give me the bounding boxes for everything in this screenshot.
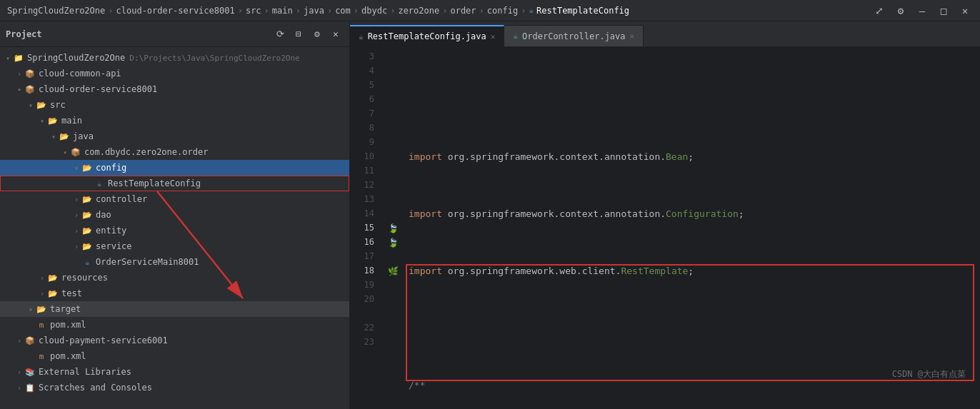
arrow-target: ▾ — [26, 306, 36, 313]
arrow-controller: › — [71, 196, 81, 203]
breadcrumb-main[interactable]: main — [272, 6, 293, 16]
xml-icon-pom-order: m — [36, 319, 47, 330]
src-folder-icon: 📂 — [36, 99, 47, 111]
tree-item-main[interactable]: ▾ 📂 main — [0, 113, 349, 128]
target-folder-icon: 📂 — [36, 303, 47, 315]
tree-item-config[interactable]: ▾ 📂 config — [0, 160, 349, 176]
breadcrumb-com[interactable]: com — [335, 6, 351, 16]
tree-item-order-service[interactable]: ▾ 📦 cloud-order-service8001 — [0, 81, 349, 97]
watermark: CSDN @大白有点菜 — [892, 368, 966, 380]
module-icon-common: 📦 — [24, 68, 36, 79]
tree-item-pom-order[interactable]: m pom.xml — [0, 317, 349, 333]
label-target: target — [50, 304, 81, 314]
tree-item-scratches[interactable]: › 📋 Scratches and Consoles — [0, 380, 349, 395]
collapse-icon[interactable]: ⊟ — [291, 26, 306, 42]
tree-item-ext-libs[interactable]: › 📚 External Libraries — [0, 364, 349, 380]
gutter-leaf-18[interactable]: 🌿 — [386, 264, 400, 278]
test-folder-icon: 📂 — [47, 288, 59, 299]
arrow-scratches: › — [14, 384, 24, 392]
tab-close-orderctrl[interactable]: ✕ — [630, 31, 635, 41]
arrow-src: ▾ — [26, 101, 36, 109]
breadcrumb-zero2one[interactable]: zero2one — [398, 6, 439, 16]
tab-icon-rtconfig: ☕ — [359, 32, 364, 41]
close-icon[interactable]: ✕ — [957, 3, 973, 19]
label-ext-libs: External Libraries — [39, 367, 131, 377]
arrow-resources: › — [37, 274, 47, 282]
hide-panel-icon[interactable]: ✕ — [328, 26, 344, 42]
project-tree[interactable]: ▾ 📁 SpringCloudZero2One D:\Projects\Java… — [0, 47, 349, 409]
gutter-bean-15[interactable]: 🍃 — [386, 221, 400, 236]
label-common-api: cloud-common-api — [39, 69, 121, 79]
breadcrumb-java[interactable]: java — [304, 6, 324, 16]
tree-item-payment-service[interactable]: › 📦 cloud-payment-service6001 — [0, 333, 349, 348]
breadcrumb-dbydc[interactable]: dbydc — [361, 6, 387, 16]
project-panel: Project ⟳ ⊟ ⚙ ✕ ▾ 📁 SpringCloudZero2One … — [0, 21, 350, 409]
tree-item-service[interactable]: › 📂 service — [0, 238, 349, 254]
class-icon-rtconfig: ☕ — [94, 178, 105, 189]
breadcrumb-module[interactable]: cloud-order-service8001 — [116, 6, 235, 16]
arrow-test: › — [37, 290, 47, 298]
tree-item-target[interactable]: ▾ 📂 target — [0, 301, 349, 317]
tree-item-root[interactable]: ▾ 📁 SpringCloudZero2One D:\Projects\Java… — [0, 50, 349, 66]
breadcrumb-src[interactable]: src — [246, 6, 261, 16]
maximize-icon[interactable]: □ — [936, 3, 951, 19]
arrow-package: ▾ — [60, 148, 70, 156]
minimize-icon[interactable]: — — [914, 3, 930, 19]
tab-RestTemplateConfig[interactable]: ☕ RestTemplateConfig.java ✕ — [350, 25, 504, 46]
tree-item-package[interactable]: ▾ 📦 com.dbydc.zero2one.order — [0, 144, 349, 160]
arrow-common-api: › — [14, 70, 24, 78]
tree-item-resources[interactable]: › 📂 resources — [0, 270, 349, 286]
gutter-bean-16[interactable]: 🍃 — [386, 236, 400, 250]
tab-OrderController[interactable]: ☕ OrderController.java ✕ — [504, 25, 644, 46]
code-line-7: /** — [409, 378, 971, 393]
label-src: src — [50, 100, 66, 110]
code-editor[interactable]: 3 4 5 6 7 8 9 10 11 12 13 14 15 16 17 18… — [350, 47, 980, 409]
xml-icon-pom-payment: m — [36, 350, 47, 362]
tree-item-dao[interactable]: › 📂 dao — [0, 207, 349, 223]
editor-tabs: ☕ RestTemplateConfig.java ✕ ☕ OrderContr… — [350, 21, 980, 47]
code-line-3: import org.springframework.context.annot… — [409, 150, 971, 164]
settings-icon[interactable]: ⚙ — [893, 3, 909, 19]
arrow-config: ▾ — [71, 164, 81, 172]
arrow-payment: › — [14, 337, 24, 345]
label-rtconfig: RestTemplateConfig — [108, 178, 201, 188]
scratch-icon: 📋 — [24, 382, 36, 393]
main-folder-icon: 📂 — [47, 115, 59, 126]
breadcrumb-order[interactable]: order — [450, 6, 476, 16]
tree-item-src[interactable]: ▾ 📂 src — [0, 97, 349, 113]
tree-item-entity[interactable]: › 📂 entity — [0, 223, 349, 238]
label-java: java — [73, 131, 94, 141]
label-config: config — [96, 163, 126, 173]
tree-item-main8001[interactable]: ☕ OrderServiceMain8001 — [0, 254, 349, 270]
tree-item-controller[interactable]: › 📂 controller — [0, 191, 349, 207]
label-scratches: Scratches and Consoles — [39, 383, 152, 393]
line-numbers: 3 4 5 6 7 8 9 10 11 12 13 14 15 16 17 18… — [350, 47, 386, 409]
navigate-icon[interactable]: ⤢ — [871, 3, 887, 19]
label-service: service — [96, 241, 132, 251]
dao-folder-icon: 📂 — [81, 209, 93, 221]
module-icon-order: 📦 — [24, 84, 36, 95]
panel-header-icons: ⟳ ⊟ ⚙ ✕ — [272, 26, 344, 42]
module-icon-payment: 📦 — [24, 335, 36, 346]
label-controller: controller — [96, 194, 147, 204]
resources-folder-icon: 📂 — [47, 272, 59, 283]
tree-item-java[interactable]: ▾ 📂 java — [0, 128, 349, 144]
tree-item-RestTemplateConfig[interactable]: ☕ RestTemplateConfig — [0, 176, 349, 191]
entity-folder-icon: 📂 — [81, 225, 93, 236]
service-folder-icon: 📂 — [81, 241, 93, 252]
code-line-4: import org.springframework.context.annot… — [409, 207, 971, 221]
code-content[interactable]: import org.springframework.context.annot… — [400, 47, 980, 409]
tree-item-common-api[interactable]: › 📦 cloud-common-api — [0, 66, 349, 81]
arrow-order-service: ▾ — [14, 86, 24, 94]
sync-icon[interactable]: ⟳ — [272, 26, 288, 42]
settings-tree-icon[interactable]: ⚙ — [309, 26, 325, 42]
label-entity: entity — [96, 226, 126, 236]
tab-close-rtconfig[interactable]: ✕ — [491, 32, 496, 41]
config-folder-icon: 📂 — [81, 162, 93, 173]
breadcrumb-config[interactable]: config — [487, 6, 518, 16]
tree-item-test[interactable]: › 📂 test — [0, 286, 349, 301]
arrow-ext-libs: › — [14, 368, 24, 376]
tree-item-pom-payment[interactable]: m pom.xml — [0, 348, 349, 364]
breadcrumb-project[interactable]: SpringCloudZero2One — [7, 6, 105, 16]
project-panel-header: Project ⟳ ⊟ ⚙ ✕ — [0, 21, 349, 47]
